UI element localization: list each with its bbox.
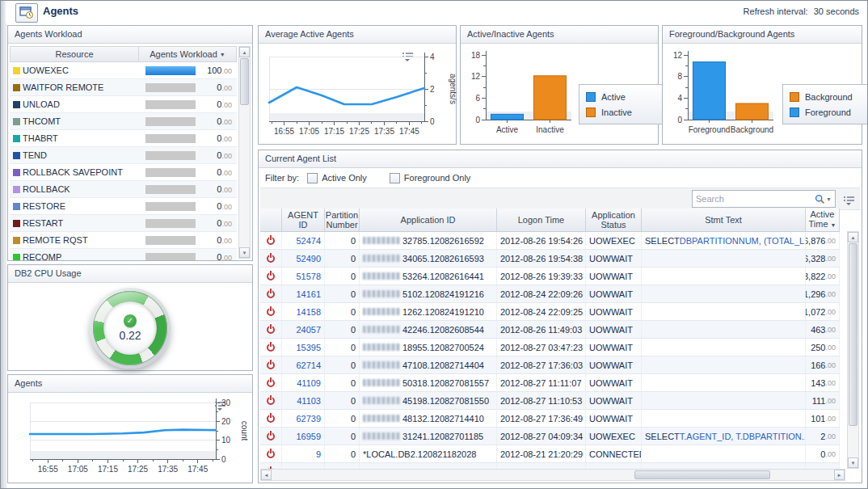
workload-row[interactable]: ROLLBACK0.00 (10, 181, 237, 198)
scroll-right-icon[interactable]: ► (834, 470, 845, 480)
svg-text:30: 30 (221, 398, 231, 407)
workload-bar (145, 202, 196, 211)
logon-time-cell: 2012-08-24 22:09:25 (497, 303, 586, 320)
workload-row[interactable]: UOWEXEC100.00 (10, 62, 237, 79)
table-options-icon[interactable] (843, 194, 855, 204)
force-off-power-icon[interactable] (267, 379, 275, 387)
force-off-power-icon[interactable] (267, 344, 275, 352)
scroll-up-icon[interactable]: ▲ (848, 232, 858, 242)
logon-time-cell: 2012-08-27 17:36:03 (497, 356, 586, 373)
workload-row[interactable]: THABRT0.00 (10, 130, 237, 147)
column-header[interactable]: Stmt Text (642, 209, 806, 231)
agent-row[interactable]: 1416105102.1208241912162012-08-24 22:09:… (260, 285, 840, 303)
svg-text:0: 0 (677, 116, 682, 124)
agent-row[interactable]: 41103045198.1208270815502012-08-27 11:10… (260, 392, 840, 410)
column-header[interactable]: ApplicationStatus (586, 209, 642, 231)
resource-name: ROLLBACK (23, 184, 142, 194)
workload-row[interactable]: THCOMT0.00 (10, 113, 237, 130)
force-off-power-icon[interactable] (267, 432, 275, 441)
workload-row[interactable]: TEND0.00 (10, 147, 237, 164)
scroll-up-icon[interactable]: ▲ (239, 47, 250, 57)
agent-table-hscrollbar[interactable]: ◄ ► (260, 469, 845, 481)
application-id-cell: 42246.12082608544 (360, 321, 497, 338)
workload-value: 0.00 (196, 218, 237, 228)
force-off-power-icon[interactable] (267, 255, 275, 263)
svg-text:Active: Active (496, 125, 519, 134)
agent-row[interactable]: 15395018955.120827005242012-08-27 03:47:… (260, 339, 840, 356)
workload-row[interactable]: RECOMP0.00 (10, 249, 237, 260)
force-off-power-icon[interactable] (267, 237, 275, 245)
workload-row[interactable]: UNLOAD0.00 (10, 96, 237, 113)
scrollbar-thumb[interactable] (849, 243, 857, 426)
svg-text:17:25: 17:25 (128, 465, 148, 474)
resource-name: RESTART (23, 218, 142, 228)
application-status-cell: UOWWAIT (586, 339, 642, 356)
agent-row[interactable]: 1415801262.1208241912102012-08-24 22:09:… (260, 303, 840, 321)
agent-table: AGENTIDPartitionNumberApplication IDLogo… (260, 209, 840, 481)
workload-bar (145, 168, 196, 177)
agent-row[interactable]: 16959031241.120827011852012-08-27 04:09:… (260, 428, 840, 445)
agent-row[interactable]: 41109050318.1208270815572012-08-27 11:11… (260, 374, 840, 392)
scrollbar-thumb[interactable] (634, 470, 770, 479)
stmt-text-cell: SELECT T.AGENT_ID, T.DBPARTITION... (642, 428, 806, 445)
scroll-down-icon[interactable]: ▼ (848, 457, 858, 468)
search-box: ▼ (692, 190, 836, 208)
column-header[interactable]: PartitionNumber (325, 209, 360, 231)
active-only-checkbox[interactable] (307, 173, 318, 183)
agent-row[interactable]: 51578053264.120826164412012-08-26 19:39:… (260, 268, 840, 285)
workload-row[interactable]: RESTART0.00 (10, 215, 237, 232)
column-header[interactable]: ActiveTime▼ (806, 209, 840, 231)
column-header[interactable]: AGENTID (282, 209, 325, 231)
force-off-power-icon[interactable] (267, 290, 275, 298)
svg-text:16:55: 16:55 (38, 465, 58, 474)
search-input[interactable] (693, 194, 815, 204)
workload-value: 100.00 (196, 65, 237, 75)
workload-bar (145, 83, 196, 92)
agent-row[interactable]: 62739048132.120827144102012-08-27 17:36:… (260, 410, 840, 428)
force-off-power-icon[interactable] (267, 450, 275, 458)
workload-row[interactable]: ROLLBACK SAVEPOINT0.00 (10, 164, 237, 181)
application-id-cell: 18955.12082700524 (360, 339, 497, 356)
partition-cell: 0 (325, 410, 360, 427)
column-header[interactable] (260, 209, 282, 231)
force-off-power-icon[interactable] (267, 397, 275, 405)
agent-row[interactable]: 52474032785.120826165922012-08-26 19:54:… (260, 232, 840, 250)
refresh-interval-value[interactable]: 30 seconds (814, 6, 859, 16)
agent-row[interactable]: 52490034065.120826165932012-08-26 19:54:… (260, 250, 840, 268)
redacted-ip (363, 415, 400, 422)
search-options-caret-icon[interactable]: ▼ (825, 196, 835, 202)
workload-scrollbar[interactable]: ▲ ▼ (238, 46, 251, 259)
scroll-down-icon[interactable]: ▼ (239, 247, 250, 258)
workload-header-resource[interactable]: Resource (10, 46, 139, 62)
application-id-cell: 45198.120827081550 (360, 392, 497, 409)
workload-header-value[interactable]: Agents Workload▼ (139, 46, 237, 62)
workload-row[interactable]: RESTORE0.00 (10, 198, 237, 215)
application-status-cell: UOWWAIT (586, 392, 642, 409)
force-off-power-icon[interactable] (267, 272, 275, 280)
scrollbar-thumb[interactable] (240, 58, 249, 105)
logon-time-cell: 2012-08-27 17:36:49 (497, 410, 586, 427)
search-icon[interactable] (815, 194, 825, 204)
workload-row[interactable]: REMOTE RQST0.00 (10, 232, 237, 249)
stmt-text-cell (642, 321, 806, 338)
sort-desc-icon: ▼ (220, 52, 225, 57)
workload-row[interactable]: WAITFOR REMOTE0.00 (10, 79, 237, 96)
workload-value: 0.00 (196, 133, 237, 143)
agent-row[interactable]: 62714047108.120827144042012-08-27 17:36:… (260, 356, 840, 374)
agent-table-vscrollbar[interactable]: ▲ ▼ (847, 231, 859, 469)
agent-id-cell: 52490 (282, 250, 325, 267)
agent-row[interactable]: 90*LOCAL.DB2.1208211820282012-08-21 21:2… (260, 445, 840, 463)
force-off-power-icon[interactable] (267, 361, 275, 369)
force-off-power-icon[interactable] (267, 308, 275, 316)
column-header[interactable]: Application ID (360, 209, 497, 231)
workload-value: 0.00 (196, 252, 237, 260)
column-header[interactable]: Logon Time (497, 209, 586, 231)
foreground-only-checkbox[interactable] (390, 173, 400, 183)
scroll-left-icon[interactable]: ◄ (261, 470, 272, 480)
svg-text:17:15: 17:15 (98, 465, 118, 474)
force-off-power-icon[interactable] (267, 415, 275, 423)
agent-row[interactable]: 24057042246.120826085442012-08-26 11:49:… (260, 321, 840, 339)
force-off-power-icon[interactable] (267, 326, 275, 334)
svg-text:0: 0 (430, 117, 435, 126)
agent-id-cell: 16959 (282, 428, 325, 445)
